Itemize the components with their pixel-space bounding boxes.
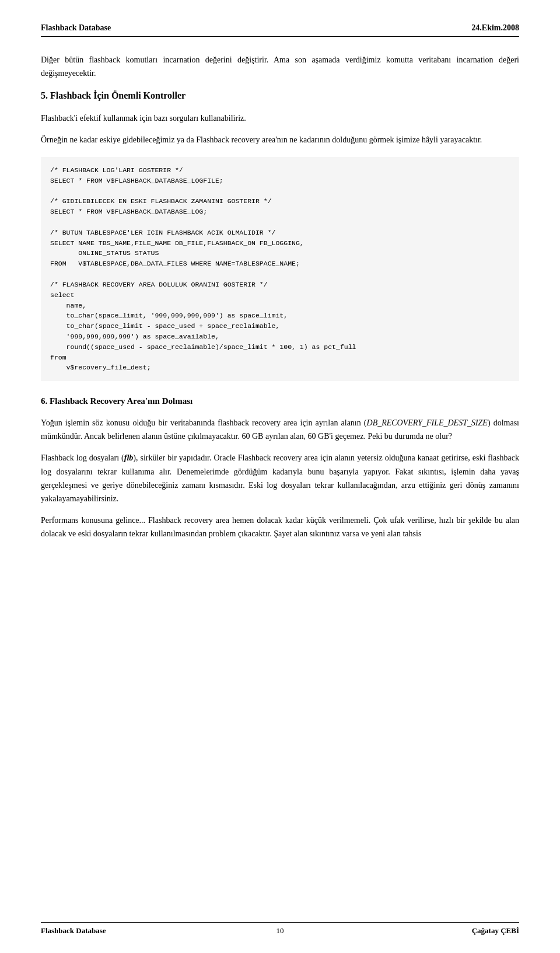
header-title-left: Flashback Database	[41, 23, 111, 33]
paragraph-6: Performans konusuna gelince... Flashback…	[41, 514, 519, 540]
header-date: 24.Ekim.2008	[471, 23, 519, 33]
italic-term-1: DB_RECOVERY_FILE_DEST_SIZE	[367, 418, 488, 427]
section-5-title: 5. Flashback İçin Önemli Kontroller	[41, 88, 519, 103]
paragraph-4: Yoğun işlemin söz konusu olduğu bir veri…	[41, 416, 519, 443]
page-content: Diğer bütün flashback komutları incarnat…	[41, 53, 519, 540]
page-header: Flashback Database 24.Ekim.2008	[41, 23, 519, 37]
footer-page-number: 10	[0, 923, 560, 935]
paragraph-2: Flashback'i efektif kullanmak için bazı …	[41, 111, 519, 125]
paragraph-1: Diğer bütün flashback komutları incarnat…	[41, 53, 519, 80]
paragraph-3: Örneğin ne kadar eskiye gidebileceğimiz …	[41, 133, 519, 146]
section-6-title: 6. Flashback Recovery Area'nın Dolması	[41, 394, 519, 408]
page: Flashback Database 24.Ekim.2008 Diğer bü…	[0, 0, 560, 953]
paragraph-5: Flashback log dosyaları (flb), sirküler …	[41, 451, 519, 505]
italic-bold-term-1: flb	[124, 453, 134, 462]
code-block-1: /* FLASHBACK LOG'LARI GOSTERIR */ SELECT…	[41, 157, 519, 381]
